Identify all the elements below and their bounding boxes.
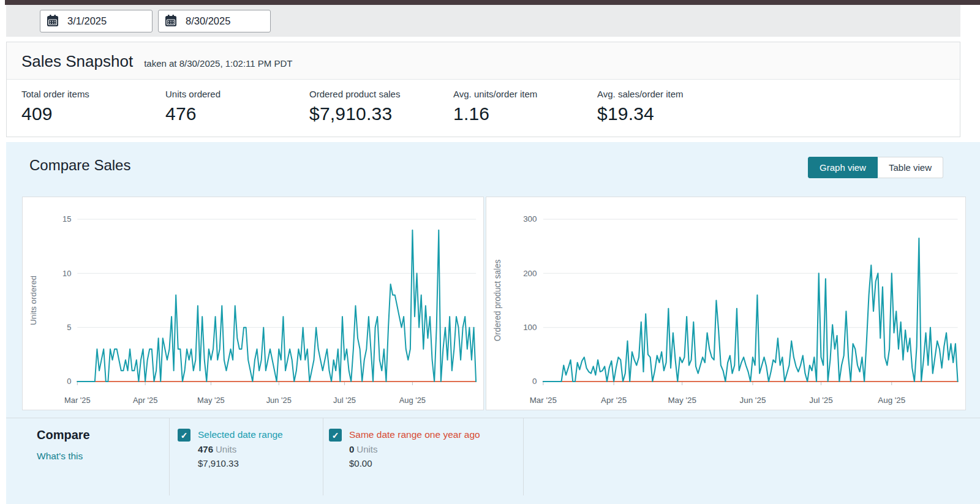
ordered-product-sales-chart-card: 0100200300Mar '25Apr '25May '25Jun '25Ju… xyxy=(486,197,966,410)
metric-total-order-items: Total order items 409 xyxy=(21,89,165,124)
start-date-picker[interactable] xyxy=(40,10,153,32)
svg-text:Jun '25: Jun '25 xyxy=(740,396,766,405)
last-year-sales: $0.00 xyxy=(349,458,480,468)
metric-avg-units-order-item: Avg. units/order item 1.16 xyxy=(453,89,597,124)
svg-text:0: 0 xyxy=(532,377,537,386)
svg-text:Jul '25: Jul '25 xyxy=(333,396,356,405)
svg-text:Aug '25: Aug '25 xyxy=(399,396,426,405)
svg-text:15: 15 xyxy=(62,214,71,224)
svg-text:Apr '25: Apr '25 xyxy=(133,396,157,405)
svg-text:200: 200 xyxy=(523,269,537,278)
compare-sales-panel: Compare Sales Graph view Table view 0510… xyxy=(6,142,980,504)
graph-view-button[interactable]: Graph view xyxy=(808,157,878,178)
svg-text:10: 10 xyxy=(62,269,71,278)
svg-text:Units ordered: Units ordered xyxy=(29,276,38,325)
svg-text:Apr '25: Apr '25 xyxy=(601,396,627,405)
metric-units-ordered: Units ordered 476 xyxy=(165,89,309,124)
svg-text:Jun '25: Jun '25 xyxy=(266,396,292,405)
last-year-units: 0Units xyxy=(349,444,480,454)
svg-text:May '25: May '25 xyxy=(668,396,696,405)
legend-spacer xyxy=(524,418,980,495)
svg-text:5: 5 xyxy=(67,323,71,332)
snapshot-metrics: Total order items 409 Units ordered 476 … xyxy=(7,80,960,137)
units-ordered-chart-card: 051015Mar '25Apr '25May '25Jun '25Jul '2… xyxy=(22,197,484,410)
svg-text:100: 100 xyxy=(523,323,537,332)
metric-ordered-product-sales: Ordered product sales $7,910.33 xyxy=(309,89,453,124)
top-navigation-bar xyxy=(5,0,980,5)
calendar-icon xyxy=(40,10,65,32)
svg-text:0: 0 xyxy=(67,377,71,386)
snapshot-timestamp: taken at 8/30/2025, 1:02:11 PM PDT xyxy=(144,58,292,69)
sales-snapshot-title: Sales Snapshot xyxy=(21,52,133,71)
selected-range-sales: $7,910.33 xyxy=(198,458,283,468)
sales-snapshot-header: Sales Snapshot taken at 8/30/2025, 1:02:… xyxy=(7,42,960,80)
end-date-picker[interactable] xyxy=(158,10,271,32)
legend-selected-date-range: Selected date range 476Units $7,910.33 xyxy=(170,418,323,495)
last-year-checkbox[interactable] xyxy=(329,429,342,442)
selected-range-units: 476Units xyxy=(198,444,283,454)
ordered-product-sales-chart: 0100200300Mar '25Apr '25May '25Jun '25Ju… xyxy=(486,197,965,410)
legend-same-range-last-year: Same date range one year ago 0Units $0.0… xyxy=(323,418,524,495)
date-range-row xyxy=(6,5,960,37)
svg-text:Ordered product sales: Ordered product sales xyxy=(493,260,502,342)
charts-row: 051015Mar '25Apr '25May '25Jun '25Jul '2… xyxy=(22,197,966,410)
selected-range-label: Selected date range xyxy=(198,428,283,442)
whats-this-link[interactable]: What's this xyxy=(37,451,83,461)
view-toggle: Graph view Table view xyxy=(808,157,943,178)
svg-text:May '25: May '25 xyxy=(197,396,225,405)
svg-text:Aug '25: Aug '25 xyxy=(878,396,905,405)
svg-text:Mar '25: Mar '25 xyxy=(64,396,91,405)
end-date-input[interactable] xyxy=(183,15,270,27)
svg-text:300: 300 xyxy=(523,215,537,224)
selected-range-checkbox[interactable] xyxy=(178,429,190,442)
metric-avg-sales-order-item: Avg. sales/order item $19.34 xyxy=(597,89,741,124)
sales-snapshot-card: Sales Snapshot taken at 8/30/2025, 1:02:… xyxy=(6,42,960,137)
last-year-label: Same date range one year ago xyxy=(349,428,480,442)
compare-legend-intro: Compare What's this xyxy=(6,418,170,495)
table-view-button[interactable]: Table view xyxy=(878,157,943,178)
compare-legend: Compare What's this Selected date range … xyxy=(6,418,980,495)
compare-sales-title: Compare Sales xyxy=(29,157,130,174)
start-date-input[interactable] xyxy=(65,15,152,27)
calendar-icon xyxy=(159,10,183,32)
svg-text:Mar '25: Mar '25 xyxy=(530,396,557,405)
compare-heading: Compare xyxy=(37,428,169,442)
compare-sales-header: Compare Sales Graph view Table view xyxy=(6,142,980,178)
svg-text:Jul '25: Jul '25 xyxy=(809,396,832,405)
units-ordered-chart: 051015Mar '25Apr '25May '25Jun '25Jul '2… xyxy=(23,197,483,410)
